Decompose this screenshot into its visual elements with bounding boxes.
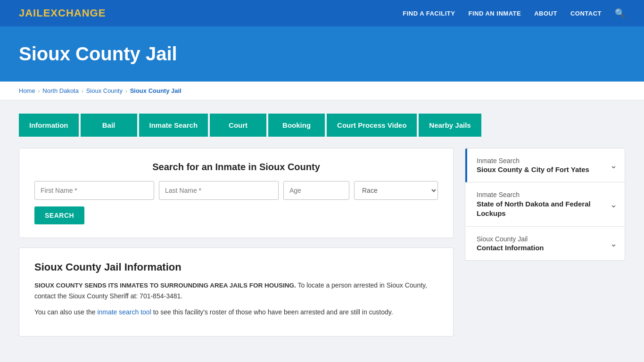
sidebar-item-title-1: Inmate Search [477, 191, 606, 198]
page-title: Sioux County Jail [19, 43, 625, 65]
sidebar-item-title-0: Inmate Search [477, 157, 589, 165]
tab-information[interactable]: Information [19, 114, 79, 137]
sidebar-card: Inmate Search Sioux County & City of For… [465, 148, 625, 261]
chevron-down-icon: ⌄ [610, 160, 617, 171]
tab-list: Information Bail Inmate Search Court Boo… [19, 114, 625, 137]
chevron-down-icon: ⌄ [610, 239, 617, 249]
search-title: Search for an Inmate in Sioux County [34, 162, 438, 173]
info-title: Sioux County Jail Information [34, 261, 438, 273]
breadcrumb-home[interactable]: Home [19, 87, 35, 94]
main-nav: FIND A FACILITY FIND AN INMATE ABOUT CON… [403, 8, 625, 18]
sidebar-item-2[interactable]: Sioux County Jail Contact Information ⌄ [465, 227, 625, 260]
sidebar-item-text-1: Inmate Search State of North Dakota and … [477, 191, 606, 218]
chevron-icon: › [82, 88, 83, 94]
info-card: Sioux County Jail Information SIOUX COUN… [19, 247, 454, 337]
right-panel: Inmate Search Sioux County & City of For… [465, 148, 625, 261]
chevron-icon: › [38, 88, 40, 94]
site-header: JAILEXCHANGE FIND A FACILITY FIND AN INM… [0, 0, 644, 26]
site-logo[interactable]: JAILEXCHANGE [19, 7, 106, 19]
last-name-input[interactable] [159, 181, 279, 200]
breadcrumb: Home › North Dakota › Sioux County › Sio… [19, 87, 625, 94]
sidebar-item-text-2: Sioux County Jail Contact Information [477, 235, 544, 252]
chevron-down-icon: ⌄ [610, 199, 617, 210]
tab-nearby-jails[interactable]: Nearby Jails [419, 114, 481, 137]
chevron-icon: › [125, 88, 127, 94]
tab-court[interactable]: Court [210, 114, 266, 137]
tab-booking[interactable]: Booking [268, 114, 325, 137]
sidebar-item-0[interactable]: Inmate Search Sioux County & City of For… [465, 148, 625, 182]
tabs-section: Information Bail Inmate Search Court Boo… [0, 100, 644, 137]
sidebar-item-subtitle-0: Sioux County & City of Fort Yates [477, 165, 589, 173]
search-fields: Race White Black Hispanic Asian Native A… [34, 181, 438, 200]
info-para2-prefix: You can also use the [34, 308, 97, 316]
inmate-search-link[interactable]: inmate search tool [97, 308, 151, 316]
logo-exchange: EXCHANGE [43, 7, 106, 19]
sidebar-item-1[interactable]: Inmate Search State of North Dakota and … [465, 182, 625, 227]
info-bold-note: SIOUX COUNTY SENDS ITS INMATES TO SURROU… [34, 282, 296, 289]
breadcrumb-bar: Home › North Dakota › Sioux County › Sio… [0, 82, 644, 100]
breadcrumb-current: Sioux County Jail [130, 87, 182, 94]
tab-court-process-video[interactable]: Court Process Video [327, 114, 417, 137]
first-name-input[interactable] [34, 181, 154, 200]
tab-inmate-search[interactable]: Inmate Search [139, 114, 208, 137]
search-button[interactable]: SEARCH [34, 206, 84, 224]
sidebar-item-subtitle-2: Contact Information [477, 244, 544, 252]
sidebar-item-subtitle-1: State of North Dakota and Federal Lockup… [477, 199, 606, 218]
search-icon[interactable]: 🔍 [615, 8, 625, 18]
breadcrumb-state[interactable]: North Dakota [42, 87, 79, 94]
info-paragraph-2: You can also use the inmate search tool … [34, 307, 438, 317]
sidebar-item-title-2: Sioux County Jail [477, 235, 544, 243]
sidebar-item-text-0: Inmate Search Sioux County & City of For… [477, 157, 589, 173]
nav-find-inmate[interactable]: FIND AN INMATE [468, 10, 521, 17]
nav-about[interactable]: ABOUT [534, 10, 557, 17]
nav-contact[interactable]: CONTACT [570, 10, 602, 17]
breadcrumb-county[interactable]: Sioux County [86, 87, 123, 94]
main-content: Search for an Inmate in Sioux County Rac… [0, 137, 644, 355]
logo-jail: JAIL [19, 7, 43, 19]
info-para2-suffix: to see this facility's roster of those w… [151, 308, 393, 316]
info-paragraph-1: SIOUX COUNTY SENDS ITS INMATES TO SURROU… [34, 280, 438, 301]
hero-section: Sioux County Jail [0, 26, 644, 82]
left-panel: Search for an Inmate in Sioux County Rac… [19, 148, 454, 337]
nav-find-facility[interactable]: FIND A FACILITY [403, 10, 455, 17]
search-card: Search for an Inmate in Sioux County Rac… [19, 148, 454, 238]
age-input[interactable] [283, 181, 349, 200]
race-select[interactable]: Race White Black Hispanic Asian Native A… [354, 181, 438, 200]
tab-bail[interactable]: Bail [81, 114, 137, 137]
